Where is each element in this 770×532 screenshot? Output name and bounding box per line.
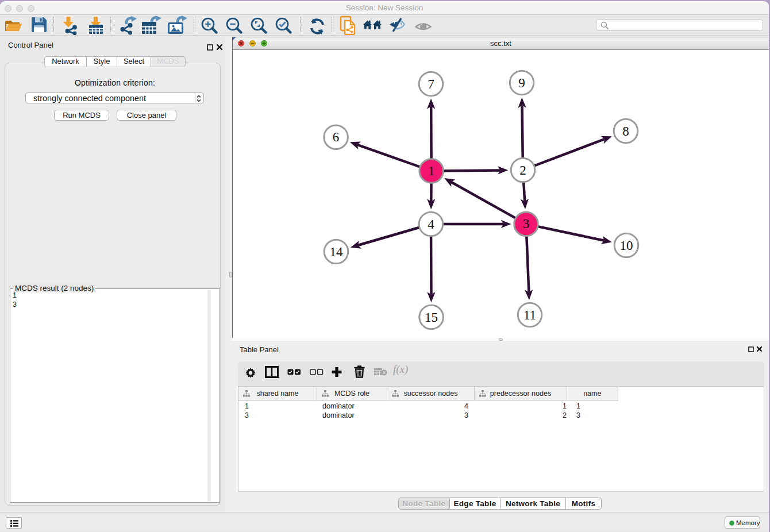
svg-text:9: 9 — [518, 76, 525, 90]
svg-text:1: 1 — [428, 164, 435, 178]
svg-text:3: 3 — [523, 217, 530, 231]
svg-text:6: 6 — [333, 130, 340, 144]
svg-text:15: 15 — [425, 310, 438, 325]
svg-text:8: 8 — [622, 124, 629, 138]
svg-text:14: 14 — [330, 245, 344, 259]
svg-text:11: 11 — [523, 308, 536, 322]
svg-text:10: 10 — [620, 238, 633, 253]
svg-text:7: 7 — [428, 77, 434, 91]
svg-text:4: 4 — [428, 217, 434, 232]
svg-text:2: 2 — [519, 163, 526, 178]
